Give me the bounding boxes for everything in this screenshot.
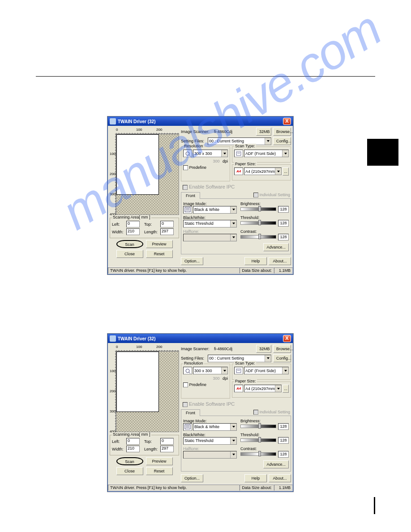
enable-ipc-checkbox	[183, 402, 188, 407]
image-mode-combo[interactable]: Black & White	[193, 206, 237, 214]
scan-button[interactable]: Scan	[116, 457, 143, 465]
resolution-combo[interactable]: 300 x 300	[193, 367, 228, 374]
resolution-icon	[183, 150, 192, 157]
reset-button[interactable]: Reset	[146, 250, 173, 258]
status-help: TWAIN driver. Press [F1] key to show hel…	[108, 485, 240, 491]
width-input[interactable]: 210	[126, 446, 140, 452]
enable-ipc-label: Enable Software IPC	[189, 401, 235, 407]
option-button[interactable]: Option...	[181, 257, 203, 265]
close-icon[interactable]: X	[283, 335, 291, 342]
predefine-checkbox[interactable]	[183, 165, 188, 170]
about-button[interactable]: About...	[269, 257, 291, 265]
individual-setting-checkbox	[253, 193, 258, 197]
resolution-legend: Resolution	[183, 361, 204, 365]
black-white-combo[interactable]: Static Threshold	[183, 220, 237, 227]
threshold-slider[interactable]	[240, 221, 276, 225]
browse-button[interactable]: Browse...	[273, 128, 291, 136]
paper-size-more[interactable]: ...	[283, 167, 289, 176]
scan-type-combo[interactable]: ADF (Front Side)	[244, 150, 289, 157]
brightness-slider[interactable]	[240, 207, 276, 211]
option-button[interactable]: Option...	[181, 474, 203, 482]
tab-front[interactable]: Front	[181, 192, 200, 199]
chevron-down-icon	[275, 168, 281, 175]
preview-page[interactable]	[116, 352, 159, 412]
left-input[interactable]: 0	[126, 438, 140, 445]
preview-button[interactable]: Preview	[146, 240, 173, 248]
brightness-value[interactable]: 128	[278, 423, 289, 430]
brightness-value[interactable]: 128	[278, 206, 289, 213]
browse-button[interactable]: Browse...	[273, 345, 291, 353]
individual-setting-label: Individual Setting	[259, 410, 290, 414]
halftone-combo	[183, 451, 237, 459]
scan-type-icon	[234, 150, 243, 157]
page-divider	[36, 76, 375, 77]
advance-button[interactable]: Advance...	[263, 460, 289, 468]
threshold-value[interactable]: 128	[278, 220, 289, 227]
help-button[interactable]: Help	[244, 474, 267, 482]
svg-rect-9	[236, 369, 241, 373]
contrast-label: Contrast:	[240, 446, 289, 451]
close-button[interactable]: Close	[116, 467, 143, 475]
scan-type-combo[interactable]: ADF (Front Side)	[244, 367, 289, 374]
about-button[interactable]: About...	[269, 474, 291, 482]
predefine-label: Predefine	[189, 165, 207, 170]
individual-setting-label: Individual Setting	[259, 193, 290, 197]
status-bar: TWAIN driver. Press [F1] key to show hel…	[108, 484, 293, 491]
contrast-slider[interactable]	[240, 235, 276, 239]
chevron-down-icon	[230, 451, 236, 458]
titlebar[interactable]: TWAIN Driver (32) X	[108, 334, 293, 343]
black-white-combo[interactable]: Static Threshold	[183, 437, 237, 445]
left-input[interactable]: 0	[126, 221, 140, 227]
preview-bed[interactable]	[116, 134, 179, 215]
paper-size-more[interactable]: ...	[283, 385, 289, 393]
ruler-horizontal: 0 100 200	[116, 345, 179, 351]
image-mode-combo[interactable]: Black & White	[193, 423, 237, 431]
resolution-combo[interactable]: 300 x 300	[193, 150, 228, 157]
titlebar[interactable]: TWAIN Driver (32) X	[108, 117, 293, 126]
dpi-input: 300	[211, 159, 222, 163]
preview-page[interactable]	[116, 134, 159, 195]
width-input[interactable]: 210	[126, 228, 140, 235]
top-input[interactable]: 0	[160, 221, 174, 227]
close-icon[interactable]: X	[283, 118, 291, 125]
threshold-value[interactable]: 128	[278, 437, 289, 444]
paper-size-combo[interactable]: A4 (210x297mm)	[244, 167, 282, 175]
image-scanner-value: fi-4860Cdj	[214, 129, 254, 134]
threshold-slider[interactable]	[240, 438, 276, 442]
tab-front[interactable]: Front	[181, 409, 200, 416]
contrast-slider[interactable]	[240, 452, 276, 456]
width-label: Width:	[112, 230, 125, 234]
scan-button[interactable]: Scan	[116, 240, 143, 248]
brightness-slider[interactable]	[240, 425, 276, 428]
mem-button[interactable]: 32MB	[256, 345, 271, 353]
config-button[interactable]: Config...	[273, 137, 291, 145]
help-button[interactable]: Help	[244, 257, 267, 265]
individual-setting-checkbox	[253, 410, 258, 415]
length-input[interactable]: 297	[160, 446, 174, 452]
length-input[interactable]: 297	[160, 228, 174, 235]
svg-rect-11	[185, 425, 190, 429]
contrast-value[interactable]: 128	[278, 451, 289, 458]
chevron-down-icon	[230, 206, 236, 213]
width-label: Width:	[112, 447, 125, 451]
advance-button[interactable]: Advance...	[263, 243, 289, 251]
close-button[interactable]: Close	[116, 250, 143, 258]
mem-button[interactable]: 32MB	[256, 128, 271, 136]
preview-button[interactable]: Preview	[146, 457, 173, 465]
status-data-size-label: Data Size about:	[240, 267, 274, 274]
predefine-checkbox[interactable]	[183, 382, 188, 387]
paper-size-combo[interactable]: A4 (210x297mm)	[244, 385, 282, 392]
chevron-down-icon	[230, 234, 236, 241]
predefine-label: Predefine	[189, 382, 207, 387]
preview-bed[interactable]	[116, 351, 179, 432]
chevron-down-icon	[221, 150, 227, 157]
brightness-label: Brightness:	[240, 202, 289, 206]
dpi-input: 300	[211, 376, 222, 381]
window-title: TWAIN Driver (32)	[118, 119, 155, 124]
scanning-area-group: Scanning Area[ mm ] Left: 0 Top: 0 Width…	[110, 218, 179, 238]
reset-button[interactable]: Reset	[146, 467, 173, 475]
dpi-label: dpi	[223, 376, 228, 381]
config-button[interactable]: Config...	[273, 354, 291, 362]
contrast-value[interactable]: 128	[278, 234, 289, 240]
top-input[interactable]: 0	[160, 438, 174, 445]
